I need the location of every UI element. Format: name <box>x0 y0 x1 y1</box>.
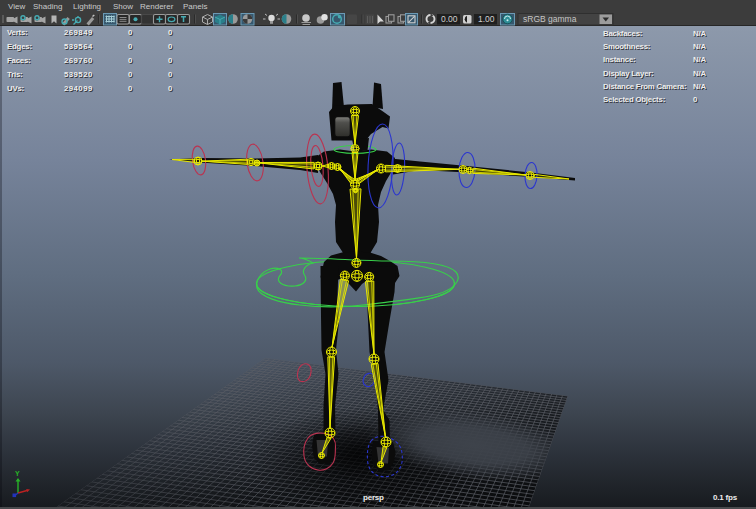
svg-text:sRGB gamma: sRGB gamma <box>523 14 577 24</box>
svg-text:1.00: 1.00 <box>478 14 495 24</box>
svg-text:Y: Y <box>15 470 20 477</box>
svg-text:0.00: 0.00 <box>441 14 458 24</box>
